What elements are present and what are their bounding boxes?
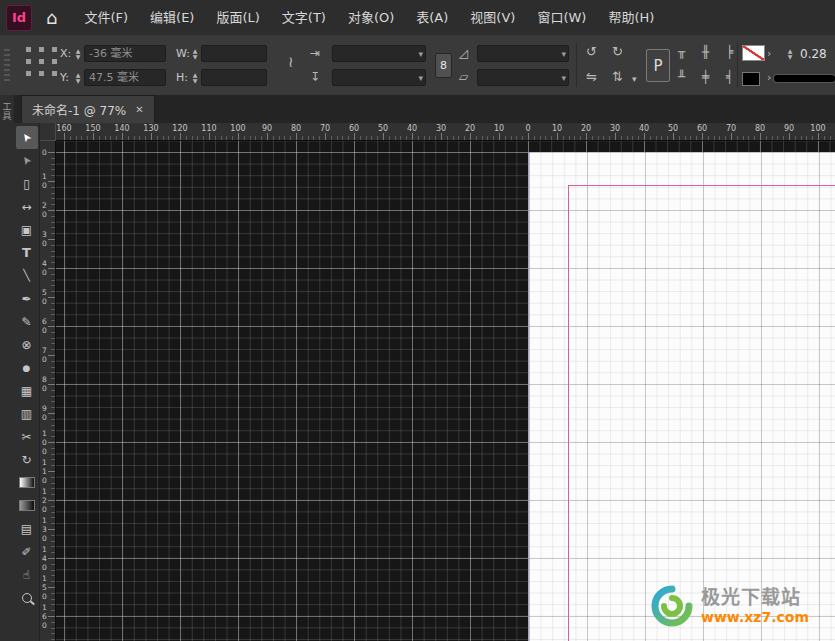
h-ruler-label: 110 — [201, 124, 216, 133]
proxy-preview-badge[interactable]: P — [646, 49, 670, 82]
stroke-swatch-arrow-icon[interactable]: › — [767, 47, 771, 60]
h-ruler[interactable]: 1601501401301201101009080706050403020100… — [56, 123, 835, 141]
menu-item-6[interactable]: 视图(V) — [459, 0, 526, 35]
columns-icon: ▥ — [21, 407, 32, 421]
gradient-swatch-tool[interactable] — [16, 471, 38, 494]
h-stepper[interactable]: ▲▼ — [191, 72, 199, 84]
dropdown-icon[interactable]: ▾ — [418, 48, 423, 60]
flip-horizontal-icon[interactable]: ⇋ — [586, 70, 597, 84]
close-tab-icon[interactable]: ✕ — [135, 104, 143, 115]
h-ruler-label: 70 — [726, 124, 736, 133]
panel-grip-icon[interactable] — [4, 49, 10, 81]
distribute-top-icon[interactable]: ╥ — [678, 45, 685, 59]
y-field[interactable]: 47.5 毫米 — [84, 69, 166, 86]
gap-tool[interactable]: ↔ — [16, 195, 38, 218]
type-tool[interactable]: T — [16, 241, 38, 264]
pencil-icon: ✎ — [21, 315, 31, 329]
proxy-dot — [52, 59, 57, 64]
direct-selection-tool[interactable]: ➤ — [16, 149, 38, 172]
constrain-wh-chain-icon[interactable]: ≀ — [288, 55, 294, 69]
pen-tool[interactable]: ✒ — [16, 287, 38, 310]
stroke-none-swatch[interactable] — [742, 45, 765, 61]
dropdown-icon[interactable]: ▾ — [561, 48, 566, 60]
menu-item-4[interactable]: 对象(O) — [337, 0, 405, 35]
gradient-feather-tool[interactable] — [16, 494, 38, 517]
menu-item-2[interactable]: 版面(L) — [205, 0, 270, 35]
grid-tool[interactable]: ▦ — [16, 379, 38, 402]
rotate-cw-icon[interactable]: ↻ — [612, 45, 623, 59]
page-tool[interactable]: ▯ — [16, 172, 38, 195]
menu-item-7[interactable]: 窗口(W) — [526, 0, 597, 35]
flip-dropdown-icon[interactable]: ▾ — [632, 72, 637, 86]
stroke-weight-stepper[interactable]: ▲▼ — [786, 48, 794, 60]
line-tool[interactable]: ╲ — [16, 264, 38, 287]
h-ruler-label: 160 — [56, 124, 71, 133]
pencil-tool[interactable]: ✎ — [16, 310, 38, 333]
selection-tool[interactable]: ➤ — [16, 126, 38, 149]
y-stepper[interactable]: ▲▼ — [74, 72, 82, 84]
h-field[interactable] — [201, 69, 267, 86]
h-ruler-label: 30 — [610, 124, 620, 133]
scissors-tool[interactable]: ✂ — [16, 425, 38, 448]
menu-item-3[interactable]: 文字(T) — [271, 0, 337, 35]
dropdown-icon[interactable]: ▾ — [418, 72, 423, 84]
menu-item-0[interactable]: 文件(F) — [73, 0, 139, 35]
x-stepper[interactable]: ▲▼ — [74, 48, 82, 60]
v-ruler-label: 40 — [41, 259, 48, 277]
fit-height-icon[interactable]: ↧ — [310, 70, 320, 84]
v-ruler-label: 70 — [41, 346, 48, 364]
distribute-middle-icon[interactable]: ╪ — [702, 70, 709, 84]
rotate-angle-combo[interactable]: ▾ — [477, 45, 569, 62]
eyedropper-tool[interactable]: ✐ — [16, 540, 38, 563]
ellipse-tool[interactable]: ● — [16, 356, 38, 379]
reference-point-proxy[interactable] — [26, 47, 57, 76]
fill-swatch[interactable] — [742, 72, 760, 86]
v-ruler[interactable]: 0102030405060708090100110120130140150160 — [40, 141, 56, 641]
free-transform-tool[interactable]: ↻ — [16, 448, 38, 471]
divider — [737, 43, 738, 87]
w-label: W: — [176, 45, 190, 63]
distribute-right-icon[interactable]: ╡ — [726, 70, 733, 84]
note-tool[interactable]: ▤ — [16, 517, 38, 540]
ruler-corner[interactable] — [40, 123, 56, 141]
document-tab[interactable]: 未命名-1 @ 77% ✕ — [21, 95, 155, 123]
v-ruler-label: 120 — [41, 487, 48, 514]
menu-item-5[interactable]: 表(A) — [405, 0, 459, 35]
home-icon[interactable]: ⌂ — [46, 7, 57, 28]
h-ruler-label: 120 — [172, 124, 187, 133]
h-ruler-label: 10 — [494, 124, 504, 133]
dropdown-icon[interactable]: ▾ — [561, 72, 566, 84]
zoom-icon — [22, 593, 32, 603]
tools-dock-strip[interactable]: 工具 — [0, 95, 15, 641]
distribute-left-icon[interactable]: ╞ — [726, 45, 733, 59]
flip-vertical-icon[interactable]: ⇅ — [612, 70, 623, 84]
v-ruler-label: 20 — [41, 201, 48, 219]
scale-y-combo[interactable]: ▾ — [332, 69, 426, 86]
document-page[interactable] — [528, 152, 835, 641]
pasteboard-canvas[interactable] — [56, 141, 835, 641]
shear-angle-combo[interactable]: ▾ — [477, 69, 569, 86]
menu-item-8[interactable]: 帮助(H) — [597, 0, 665, 35]
w-stepper[interactable]: ▲▼ — [191, 48, 199, 60]
distribute-bottom-icon[interactable]: ╨ — [678, 70, 685, 84]
rectangle-tool[interactable]: ▥ — [16, 402, 38, 425]
content-collector-tool[interactable]: ▣ — [16, 218, 38, 241]
fill-swatch-arrow-icon[interactable]: › — [767, 71, 771, 84]
constrain-proportions-icon[interactable]: 8 — [435, 53, 452, 78]
menu-item-1[interactable]: 编辑(E) — [139, 0, 205, 35]
distribute-center-icon[interactable]: ╫ — [702, 45, 709, 59]
scale-x-combo[interactable]: ▾ — [332, 45, 426, 62]
h-ruler-label: 30 — [436, 124, 446, 133]
gap-icon: ↔ — [21, 200, 31, 214]
hand-tool[interactable]: ☝ — [16, 563, 38, 586]
w-field[interactable] — [201, 45, 267, 62]
rotate-ccw-icon[interactable]: ↺ — [586, 45, 597, 59]
shear-angle-icon: ▱ — [459, 70, 468, 84]
rectangle-frame-tool[interactable]: ⊗ — [16, 333, 38, 356]
stroke-weight-value[interactable]: 0.28 — [800, 47, 827, 61]
stroke-type-preview[interactable] — [774, 75, 835, 82]
fit-width-icon[interactable]: ⇥ — [310, 46, 320, 60]
zoom-tool[interactable] — [16, 586, 38, 609]
site-name: 极光下载站 — [701, 587, 809, 609]
x-field[interactable]: -36 毫米 — [84, 45, 166, 62]
